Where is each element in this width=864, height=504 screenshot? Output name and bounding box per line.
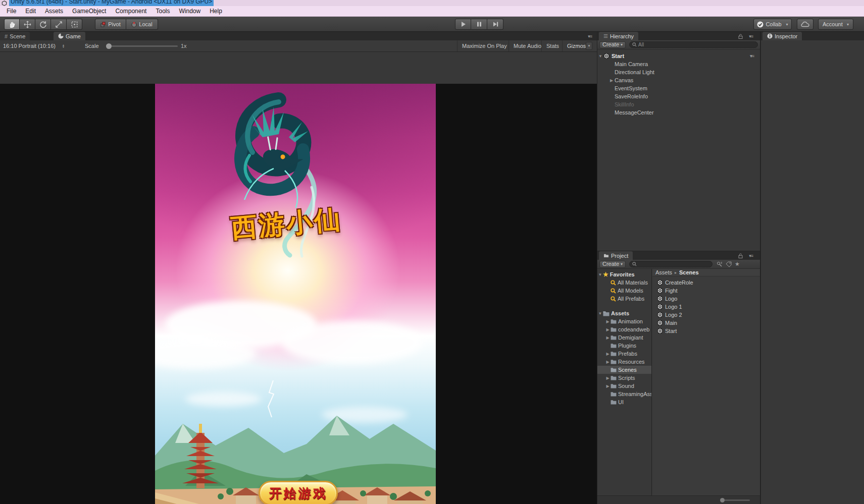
project-create-button[interactable]: Create▾ <box>599 261 626 268</box>
panel-divider[interactable] <box>597 32 597 504</box>
tab-scene[interactable]: # Scene <box>0 32 30 40</box>
save-search-star-icon[interactable]: ★ <box>735 261 740 267</box>
collab-button[interactable]: Collab ▾ <box>753 19 792 30</box>
game-view-icon <box>58 33 64 39</box>
asset-zoom-slider[interactable] <box>721 499 750 501</box>
folder-sound[interactable]: ▶Sound <box>597 382 651 390</box>
unlock-icon[interactable] <box>738 34 743 39</box>
scene-file-start[interactable]: Start <box>652 327 760 335</box>
aspect-ratio-dropdown[interactable]: 16:10 Portrait (10:16) ▴▾ <box>3 40 64 51</box>
move-tool-button[interactable] <box>20 19 35 30</box>
local-icon <box>131 22 137 27</box>
folder-streamingassets[interactable]: StreamingAssets <box>597 390 651 398</box>
project-panel-menu-icon[interactable]: ▾≡ <box>749 253 753 258</box>
folder-icon <box>611 343 617 348</box>
folder-animation[interactable]: ▶Animation <box>597 317 651 325</box>
maximize-on-play-button[interactable]: Maximize On Play <box>457 40 512 51</box>
project-panel: Project ▾≡ Create▾ ★ ▼ ★ <box>597 251 760 504</box>
folder-resources[interactable]: ▶Resources <box>597 358 651 366</box>
expander-down-icon[interactable]: ▼ <box>597 311 603 316</box>
play-button[interactable] <box>455 19 471 30</box>
hierarchy-item-directional-light[interactable]: Directional Light <box>597 68 760 76</box>
rotate-tool-button[interactable] <box>35 19 51 30</box>
pause-button[interactable] <box>471 19 487 30</box>
folder-prefabs[interactable]: ▶Prefabs <box>597 350 651 358</box>
favorite-all-materials[interactable]: All Materials <box>597 278 651 287</box>
folder-demigiant[interactable]: ▶Demigiant <box>597 333 651 342</box>
cloud-icon <box>801 21 809 27</box>
expander-down-icon[interactable]: ▼ <box>597 272 603 277</box>
scene-menu-icon[interactable]: ▾≡ <box>750 53 754 59</box>
search-favorite-icon <box>611 280 616 286</box>
scene-file-fight[interactable]: Fight <box>652 287 760 295</box>
hierarchy-panel: ☰ Hierarchy ▾≡ Create▾ All ▼ Start ▾≡ Ma… <box>597 32 760 251</box>
gizmos-dropdown-arrow[interactable]: ▾ <box>586 42 592 50</box>
menu-component[interactable]: Component <box>111 6 151 16</box>
favorite-all-prefabs[interactable]: All Prefabs <box>597 295 651 303</box>
pivot-toggle-button[interactable]: Pivot <box>95 19 126 30</box>
tab-project[interactable]: Project <box>599 251 633 260</box>
account-button[interactable]: Account ▾ <box>818 19 853 30</box>
scene-file-createrole[interactable]: CreateRole <box>652 278 760 287</box>
hierarchy-search-field[interactable]: All <box>629 41 758 48</box>
hierarchy-panel-menu-icon[interactable]: ▾≡ <box>749 34 753 39</box>
collab-label: Collab <box>766 21 781 27</box>
breadcrumb-root[interactable]: Assets <box>655 269 672 275</box>
hierarchy-item-canvas[interactable]: ▶Canvas <box>597 76 760 84</box>
expander-right-icon[interactable]: ▶ <box>608 78 615 83</box>
menu-edit[interactable]: Edit <box>21 6 40 16</box>
favorites-root[interactable]: ▼ ★ Favorites <box>597 270 651 278</box>
tab-hierarchy[interactable]: ☰ Hierarchy <box>599 32 638 40</box>
hand-tool-button[interactable] <box>4 19 20 30</box>
search-by-type-icon[interactable] <box>717 261 723 267</box>
tab-game[interactable]: Game <box>54 32 85 40</box>
scale-slider-knob[interactable] <box>106 43 112 49</box>
assets-root[interactable]: ▼ Assets <box>597 309 651 317</box>
folder-plugins[interactable]: Plugins <box>597 342 651 350</box>
unity-editor-window: Unity 5.6.5f1 (64bit) - Start.unity - My… <box>0 0 864 504</box>
project-tabrow: Project ▾≡ <box>597 251 760 260</box>
scale-slider[interactable] <box>107 45 178 47</box>
hierarchy-create-button[interactable]: Create▾ <box>599 41 626 48</box>
menu-assets[interactable]: Assets <box>40 6 68 16</box>
project-folder-tree: ▼ ★ Favorites All Materials All Models <box>597 269 652 495</box>
menu-window[interactable]: Window <box>174 6 205 16</box>
game-panel-menu-icon[interactable]: ▾≡ <box>588 34 592 39</box>
menu-file[interactable]: File <box>2 6 21 16</box>
hierarchy-scene-start[interactable]: ▼ Start ▾≡ <box>597 52 760 60</box>
play-icon <box>460 21 467 28</box>
cloud-button[interactable] <box>797 19 814 30</box>
step-button[interactable] <box>487 19 503 30</box>
search-by-label-icon[interactable] <box>726 261 732 267</box>
menu-gameobject[interactable]: GameObject <box>68 6 111 16</box>
panel-divider[interactable] <box>760 32 760 504</box>
local-toggle-button[interactable]: Local <box>126 19 158 30</box>
folder-codeandweb[interactable]: ▶codeandweb <box>597 325 651 333</box>
project-search-field[interactable] <box>629 261 713 267</box>
hierarchy-item-eventsystem[interactable]: EventSystem <box>597 84 760 92</box>
menu-help[interactable]: Help <box>205 6 227 16</box>
mute-audio-button[interactable]: Mute Audio <box>509 40 546 51</box>
scene-file-logo-1[interactable]: Logo 1 <box>652 303 760 311</box>
hierarchy-item-saveroleinfo[interactable]: SaveRoleInfo <box>597 92 760 100</box>
scale-tool-button[interactable] <box>51 19 67 30</box>
hierarchy-item-main-camera[interactable]: Main Camera <box>597 60 760 68</box>
folder-ui[interactable]: UI <box>597 398 651 406</box>
unlock-icon[interactable] <box>738 253 743 258</box>
tab-inspector[interactable]: Inspector <box>763 32 802 40</box>
hierarchy-item-skillinfo[interactable]: SkillInfo <box>597 100 760 108</box>
rect-tool-button[interactable] <box>67 19 82 30</box>
folder-scripts[interactable]: ▶Scripts <box>597 374 651 382</box>
menu-tools[interactable]: Tools <box>151 6 174 16</box>
asset-zoom-knob[interactable] <box>720 498 725 502</box>
scene-file-logo[interactable]: Logo <box>652 295 760 303</box>
scene-file-logo-2[interactable]: Logo 2 <box>652 311 760 319</box>
stats-button[interactable]: Stats <box>541 40 564 51</box>
folder-scenes[interactable]: Scenes <box>597 366 651 374</box>
breadcrumb-current: Scenes <box>679 269 699 275</box>
expander-down-icon[interactable]: ▼ <box>597 54 603 59</box>
scene-file-main[interactable]: Main <box>652 319 760 327</box>
hierarchy-item-messagecenter[interactable]: MessageCenter <box>597 108 760 117</box>
favorite-all-models[interactable]: All Models <box>597 287 651 295</box>
start-game-button[interactable]: 开始游戏 <box>259 481 338 504</box>
